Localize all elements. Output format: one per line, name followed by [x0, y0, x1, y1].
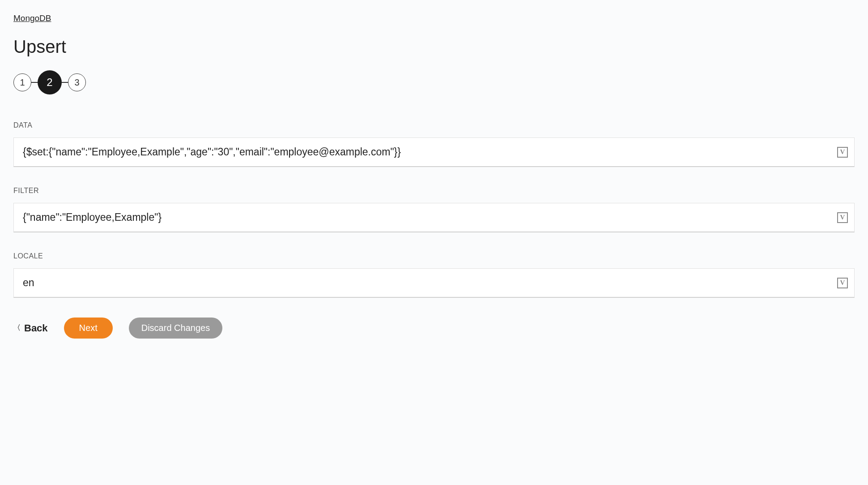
filter-label: FILTER: [13, 187, 855, 195]
data-field-group: DATA V: [13, 121, 855, 167]
discard-changes-button[interactable]: Discard Changes: [129, 318, 222, 339]
breadcrumb-link[interactable]: MongoDB: [13, 13, 51, 23]
variable-icon[interactable]: V: [837, 212, 848, 223]
back-button-label: Back: [24, 322, 48, 334]
step-connector: [62, 82, 68, 83]
chevron-left-icon: 〈: [13, 323, 21, 333]
step-2[interactable]: 2: [38, 70, 62, 94]
locale-input[interactable]: [20, 269, 837, 297]
back-button[interactable]: 〈 Back: [13, 322, 48, 334]
step-1[interactable]: 1: [13, 73, 31, 91]
locale-field-group: LOCALE V: [13, 252, 855, 298]
filter-input-wrapper: V: [13, 203, 855, 232]
data-input-wrapper: V: [13, 137, 855, 167]
variable-icon[interactable]: V: [837, 278, 848, 288]
data-input[interactable]: [20, 138, 837, 166]
filter-input[interactable]: [20, 203, 837, 232]
filter-field-group: FILTER V: [13, 187, 855, 232]
next-button[interactable]: Next: [64, 318, 113, 339]
locale-input-wrapper: V: [13, 268, 855, 298]
stepper: 1 2 3: [13, 70, 855, 94]
page-title: Upsert: [13, 37, 855, 57]
step-3[interactable]: 3: [68, 73, 86, 91]
data-label: DATA: [13, 121, 855, 129]
locale-label: LOCALE: [13, 252, 855, 260]
step-connector: [31, 82, 38, 83]
button-row: 〈 Back Next Discard Changes: [13, 318, 855, 339]
variable-icon[interactable]: V: [837, 147, 848, 158]
